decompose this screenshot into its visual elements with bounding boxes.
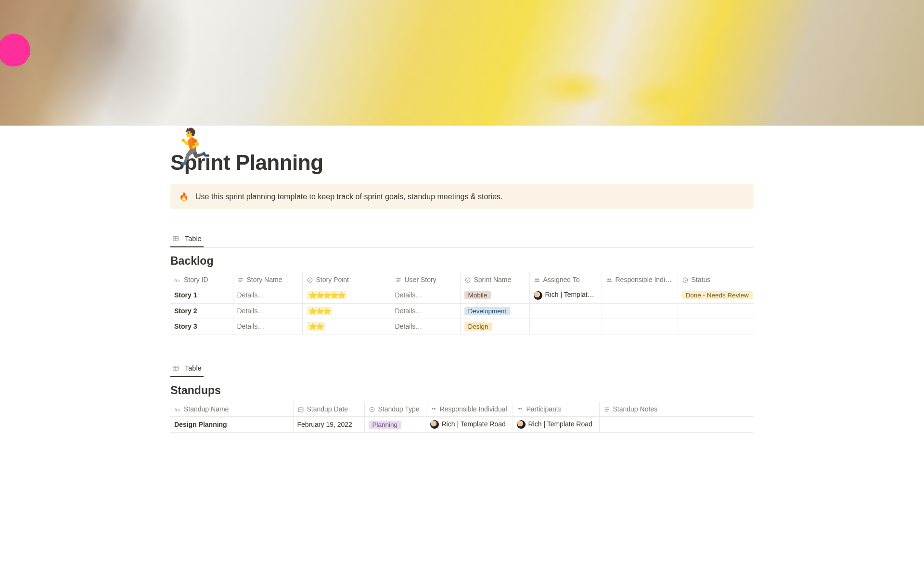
- table-row[interactable]: Story 2Details…⭐️⭐️⭐️Details…Development: [170, 303, 754, 319]
- cell-status[interactable]: [678, 319, 754, 334]
- col-standup-date[interactable]: Standup Date: [293, 402, 364, 417]
- people-icon: [430, 406, 437, 413]
- text-icon: [395, 277, 402, 283]
- svg-text:Aa: Aa: [174, 407, 180, 412]
- svg-point-15: [434, 408, 436, 410]
- people-icon: [606, 277, 613, 283]
- cell-story-point[interactable]: ⭐️⭐️⭐️⭐️⭐️: [302, 287, 391, 303]
- svg-point-16: [518, 408, 520, 410]
- select-icon: [307, 277, 313, 283]
- date-icon: [297, 406, 304, 413]
- svg-point-5: [537, 279, 539, 281]
- col-story-name[interactable]: Story Name: [233, 272, 302, 287]
- svg-rect-12: [298, 408, 303, 412]
- cell-sprint-name[interactable]: Design: [460, 319, 529, 334]
- cell-standup-type[interactable]: Planning: [364, 416, 426, 432]
- col-status[interactable]: Status: [678, 272, 754, 287]
- cell-sprint-name[interactable]: Mobile: [460, 287, 529, 303]
- text-icon: [237, 277, 244, 283]
- standups-tab-label: Table: [185, 364, 202, 372]
- cell-standup-date[interactable]: February 19, 2022: [293, 416, 364, 432]
- cell-standup-responsible[interactable]: Rich | Template Road: [426, 416, 513, 432]
- standups-title[interactable]: Standups: [170, 384, 754, 397]
- backlog-table: AaStory ID Story Name Story Point User S…: [170, 272, 754, 334]
- cell-standup-name[interactable]: Design Planning: [170, 416, 293, 432]
- svg-point-2: [308, 278, 312, 282]
- svg-point-14: [432, 408, 434, 410]
- select-icon: [682, 277, 689, 283]
- cell-story-name[interactable]: Details…: [233, 319, 302, 334]
- avatar: [534, 291, 542, 300]
- title-icon: Aa: [174, 277, 181, 283]
- cell-standup-participants[interactable]: Rich | Template Road: [513, 416, 599, 432]
- svg-point-3: [465, 278, 470, 282]
- people-icon: [534, 277, 540, 283]
- cover-image: [0, 0, 924, 126]
- cell-story-name[interactable]: Details…: [233, 303, 302, 319]
- cell-story-id[interactable]: Story 1: [170, 287, 233, 303]
- select-icon: [464, 277, 471, 283]
- col-story-point[interactable]: Story Point: [302, 272, 391, 287]
- svg-point-17: [520, 408, 522, 410]
- col-standup-name[interactable]: AaStandup Name: [170, 402, 293, 417]
- standups-header-row: AaStandup Name Standup Date Standup Type…: [170, 402, 754, 417]
- svg-point-7: [609, 279, 611, 281]
- fire-icon: 🔥: [179, 192, 189, 201]
- backlog-tab-label: Table: [185, 235, 202, 243]
- cell-responsible[interactable]: [602, 319, 678, 334]
- cell-user-story[interactable]: Details…: [391, 319, 460, 334]
- select-icon: [369, 406, 375, 413]
- col-standup-responsible[interactable]: Responsible Individual: [426, 402, 513, 417]
- cell-responsible[interactable]: [602, 303, 678, 319]
- col-standup-type[interactable]: Standup Type: [364, 402, 426, 417]
- cell-story-point[interactable]: ⭐️⭐️⭐️: [302, 303, 391, 319]
- cell-user-story[interactable]: Details…: [391, 287, 460, 303]
- avatar: [430, 420, 439, 429]
- page-title[interactable]: Sprint Planning: [170, 151, 754, 175]
- col-standup-participants[interactable]: Participants: [513, 402, 599, 417]
- text-icon: [603, 406, 610, 413]
- cell-story-id[interactable]: Story 2: [170, 303, 233, 319]
- cell-story-point[interactable]: ⭐️⭐️: [302, 319, 391, 334]
- cell-responsible[interactable]: [602, 287, 678, 303]
- cell-user-story[interactable]: Details…: [391, 303, 460, 319]
- title-icon: Aa: [174, 406, 181, 413]
- cell-sprint-name[interactable]: Development: [460, 303, 529, 319]
- backlog-title[interactable]: Backlog: [170, 255, 754, 268]
- cell-status[interactable]: Done - Needs Review: [678, 287, 754, 303]
- cell-standup-notes[interactable]: [599, 416, 754, 432]
- tab-table[interactable]: Table: [170, 232, 204, 247]
- backlog-header-row: AaStory ID Story Name Story Point User S…: [170, 272, 754, 287]
- svg-point-13: [370, 407, 374, 412]
- col-responsible[interactable]: Responsible Individual: [602, 272, 678, 287]
- col-sprint-name[interactable]: Sprint Name: [460, 272, 529, 287]
- svg-point-6: [607, 279, 609, 281]
- col-user-story[interactable]: User Story: [391, 272, 460, 287]
- table-row[interactable]: Design PlanningFebruary 19, 2022Planning…: [170, 416, 754, 432]
- people-icon: [517, 406, 524, 413]
- table-icon: [172, 235, 179, 242]
- table-row[interactable]: Story 1Details…⭐️⭐️⭐️⭐️⭐️Details…MobileR…: [170, 287, 754, 303]
- svg-text:Aa: Aa: [174, 278, 180, 283]
- page-icon[interactable]: 🏃: [170, 129, 214, 164]
- svg-point-8: [683, 278, 688, 282]
- table-row[interactable]: Story 3Details…⭐️⭐️Details…Design: [170, 319, 754, 334]
- avatar: [517, 420, 526, 429]
- standups-table: AaStandup Name Standup Date Standup Type…: [170, 402, 754, 433]
- cell-status[interactable]: [678, 303, 754, 319]
- svg-point-4: [535, 279, 537, 281]
- cell-assigned-to[interactable]: Rich | Template Roa: [529, 287, 602, 303]
- table-icon: [172, 365, 179, 372]
- col-story-id[interactable]: AaStory ID: [170, 272, 233, 287]
- col-assigned-to[interactable]: Assigned To: [529, 272, 602, 287]
- backlog-tabs: Table: [170, 232, 754, 248]
- standups-tabs: Table: [170, 361, 754, 377]
- cell-story-id[interactable]: Story 3: [170, 319, 233, 334]
- col-standup-notes[interactable]: Standup Notes: [599, 402, 754, 417]
- callout-block[interactable]: 🔥 Use this sprint planning template to k…: [170, 184, 754, 209]
- cell-assigned-to[interactable]: [529, 303, 602, 319]
- callout-text: Use this sprint planning template to kee…: [195, 192, 503, 201]
- cell-story-name[interactable]: Details…: [233, 287, 302, 303]
- tab-table[interactable]: Table: [170, 361, 204, 377]
- cell-assigned-to[interactable]: [529, 319, 602, 334]
